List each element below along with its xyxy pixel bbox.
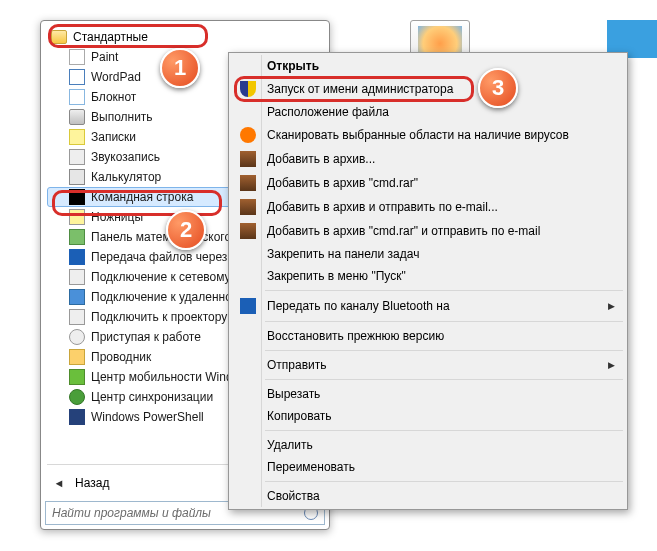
program-label: Калькулятор (91, 170, 161, 184)
program-label: WordPad (91, 70, 141, 84)
ctx-file-location[interactable]: Расположение файла (231, 101, 625, 123)
badge-1: 1 (160, 48, 200, 88)
ctx-pin-start[interactable]: Закрепить в меню "Пуск" (231, 265, 625, 287)
program-label: Звукозапись (91, 150, 160, 164)
program-label: Подключить к проектору (91, 310, 227, 324)
back-label: Назад (75, 476, 109, 490)
shield-icon (240, 81, 256, 97)
winrar-icon (240, 199, 256, 215)
ctx-archive-cmd-email[interactable]: Добавить в архив "cmd.rar" и отправить п… (231, 219, 625, 243)
badge-3: 3 (478, 68, 518, 108)
ctx-sendto[interactable]: Отправить (231, 354, 625, 376)
winrar-icon (240, 223, 256, 239)
gear-icon (69, 329, 85, 345)
ctx-bluetooth[interactable]: Передать по каналу Bluetooth на (231, 294, 625, 318)
back-icon: ◄ (51, 475, 67, 491)
ctx-archive-cmd[interactable]: Добавить в архив "cmd.rar" (231, 171, 625, 195)
winrar-icon (240, 175, 256, 191)
program-label: Paint (91, 50, 118, 64)
rdp-icon (69, 289, 85, 305)
ctx-restore[interactable]: Восстановить прежнюю версию (231, 325, 625, 347)
folder-standard[interactable]: Стандартные (47, 27, 323, 47)
avast-icon (240, 127, 256, 143)
ctx-pin-taskbar[interactable]: Закрепить на панели задач (231, 243, 625, 265)
ctx-archive[interactable]: Добавить в архив... (231, 147, 625, 171)
program-label: Выполнить (91, 110, 153, 124)
context-menu: Открыть Запуск от имени администратора Р… (228, 52, 628, 510)
clipboard-icon (69, 209, 85, 225)
program-label: Ножницы (91, 210, 143, 224)
projector-icon (69, 309, 85, 325)
notes-icon (69, 129, 85, 145)
ctx-rename[interactable]: Переименовать (231, 456, 625, 478)
winrar-icon (240, 151, 256, 167)
bluetooth-icon (240, 298, 256, 314)
notepad-icon (69, 89, 85, 105)
search-placeholder: Найти программы и файлы (52, 506, 211, 520)
net-icon (69, 269, 85, 285)
ctx-archive-email[interactable]: Добавить в архив и отправить по e-mail..… (231, 195, 625, 219)
ctx-properties[interactable]: Свойства (231, 485, 625, 507)
cmd-icon (69, 189, 85, 205)
program-label: Windows PowerShell (91, 410, 204, 424)
ctx-copy[interactable]: Копировать (231, 405, 625, 427)
wordpad-icon (69, 69, 85, 85)
run-icon (69, 109, 85, 125)
folder-icon (51, 30, 67, 44)
ps-icon (69, 409, 85, 425)
green-icon (69, 369, 85, 385)
sound-icon (69, 149, 85, 165)
ctx-scan[interactable]: Сканировать выбранные области на наличие… (231, 123, 625, 147)
sync-icon (69, 389, 85, 405)
program-label: Командная строка (91, 190, 193, 204)
program-label: Блокнот (91, 90, 136, 104)
program-label: Проводник (91, 350, 151, 364)
bt-icon (69, 249, 85, 265)
program-label: Центр синхронизации (91, 390, 213, 404)
ctx-open[interactable]: Открыть (231, 55, 625, 77)
ctx-run-as-admin[interactable]: Запуск от имени администратора (231, 77, 625, 101)
explorer-icon (69, 349, 85, 365)
program-label: Приступая к работе (91, 330, 201, 344)
motherboard-icon (69, 229, 85, 245)
badge-2: 2 (166, 210, 206, 250)
paint-icon (69, 49, 85, 65)
ctx-cut[interactable]: Вырезать (231, 383, 625, 405)
folder-label: Стандартные (73, 30, 148, 44)
program-label: Записки (91, 130, 136, 144)
ctx-delete[interactable]: Удалить (231, 434, 625, 456)
calc-icon (69, 169, 85, 185)
